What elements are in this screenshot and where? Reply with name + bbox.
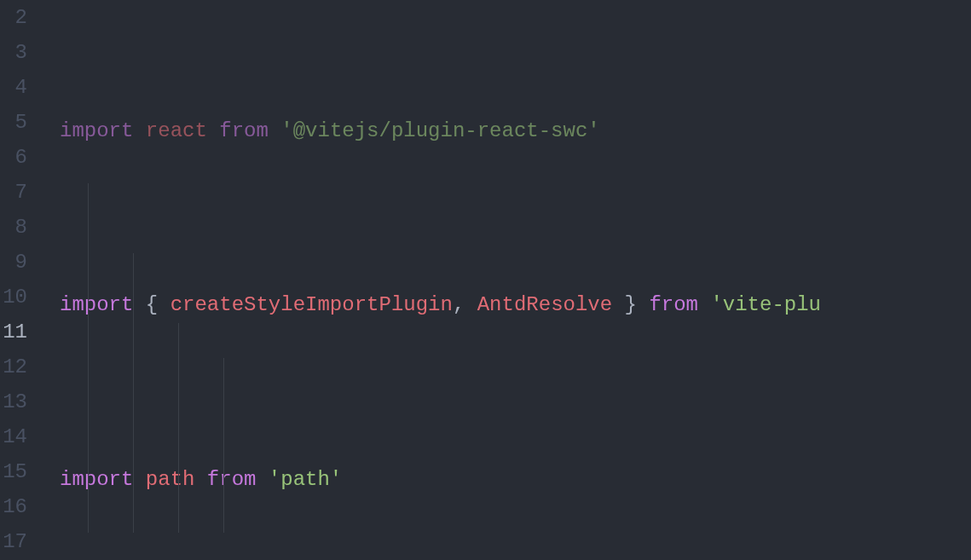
keyword-import: import (60, 119, 133, 142)
code-area[interactable]: import react from '@vitejs/plugin-react-… (43, 0, 971, 560)
string-literal: '@vitejs/plugin-react-swc' (280, 119, 599, 142)
code-line[interactable]: import react from '@vitejs/plugin-react-… (60, 113, 971, 148)
keyword-from: from (649, 293, 698, 316)
string-literal: 'vite-plu (710, 293, 821, 316)
line-number: 14 (0, 419, 27, 454)
line-number: 3 (0, 35, 27, 70)
line-number: 16 (0, 489, 27, 524)
line-number: 15 (0, 454, 27, 489)
line-number: 10 (0, 280, 27, 315)
identifier: react (146, 119, 207, 142)
identifier: createStyleImportPlugin (171, 293, 453, 316)
keyword-import: import (60, 293, 133, 316)
identifier: AntdResolve (477, 293, 612, 316)
code-editor[interactable]: 2 3 4 5 6 7 8 9 10 11 12 13 14 15 16 17 … (0, 0, 971, 560)
line-number: 2 (0, 0, 27, 35)
line-number: 12 (0, 349, 27, 384)
punctuation: } (625, 293, 637, 316)
line-number: 6 (0, 140, 27, 175)
code-line[interactable]: import { createStyleImportPlugin, AntdRe… (60, 287, 971, 322)
string-literal: 'path' (269, 468, 342, 491)
line-number-current: 11 (0, 315, 27, 349)
keyword-import: import (60, 468, 133, 491)
line-number: 17 (0, 524, 27, 559)
line-number: 13 (0, 384, 27, 419)
line-number: 8 (0, 210, 27, 245)
line-number: 5 (0, 105, 27, 140)
line-number: 7 (0, 175, 27, 210)
code-line[interactable]: import path from 'path' (60, 462, 971, 497)
line-number: 9 (0, 245, 27, 280)
punctuation: , (453, 293, 465, 316)
line-number-gutter: 2 3 4 5 6 7 8 9 10 11 12 13 14 15 16 17 (0, 0, 43, 560)
line-number: 4 (0, 70, 27, 105)
keyword-from: from (219, 119, 269, 142)
punctuation: { (146, 293, 158, 316)
keyword-from: from (207, 468, 257, 491)
identifier: path (146, 468, 195, 491)
